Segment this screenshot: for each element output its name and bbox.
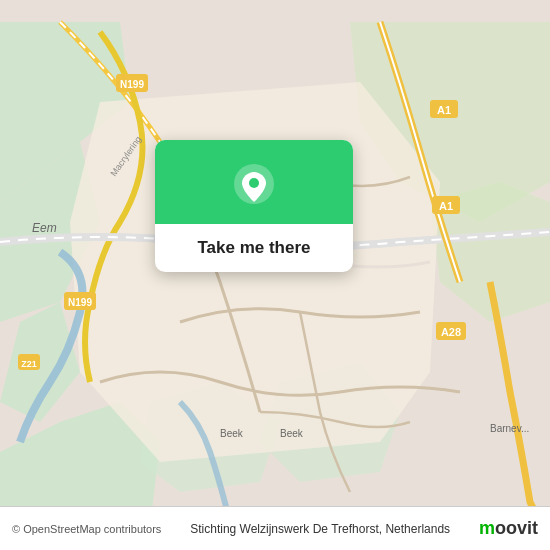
location-name: Stichting Welzijnswerk De Trefhorst, Net… [161, 522, 479, 536]
svg-text:A1: A1 [439, 200, 453, 212]
svg-text:A28: A28 [441, 326, 461, 338]
take-me-there-button[interactable]: Take me there [155, 224, 353, 272]
moovit-logo: moovit [479, 518, 538, 539]
svg-text:Beek: Beek [280, 428, 304, 439]
svg-text:Z21: Z21 [21, 359, 37, 369]
svg-text:Eem: Eem [32, 221, 57, 235]
map-svg: A1 A1 A28 N199 N199 Z21 Eem Beek Beek Ba… [0, 0, 550, 550]
bottom-bar: © OpenStreetMap contributors Stichting W… [0, 506, 550, 550]
location-card: Take me there [155, 140, 353, 272]
map-container: A1 A1 A28 N199 N199 Z21 Eem Beek Beek Ba… [0, 0, 550, 550]
svg-text:Beek: Beek [220, 428, 244, 439]
card-header [155, 140, 353, 224]
svg-text:Barnev...: Barnev... [490, 423, 529, 434]
svg-marker-8 [70, 82, 440, 462]
svg-text:A1: A1 [437, 104, 451, 116]
svg-text:N199: N199 [68, 297, 92, 308]
map-attribution: © OpenStreetMap contributors [12, 523, 161, 535]
pin-icon [232, 162, 276, 206]
svg-point-28 [249, 178, 259, 188]
svg-text:N199: N199 [120, 79, 144, 90]
